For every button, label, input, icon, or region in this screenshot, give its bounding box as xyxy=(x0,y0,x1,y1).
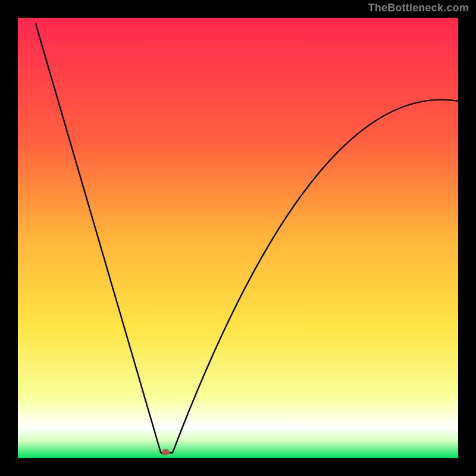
chart-frame: TheBottleneck.com xyxy=(0,0,476,476)
optimal-point-marker xyxy=(162,449,170,455)
gradient-background xyxy=(18,18,458,458)
watermark-text: TheBottleneck.com xyxy=(368,2,469,14)
bottleneck-plot xyxy=(18,18,458,458)
